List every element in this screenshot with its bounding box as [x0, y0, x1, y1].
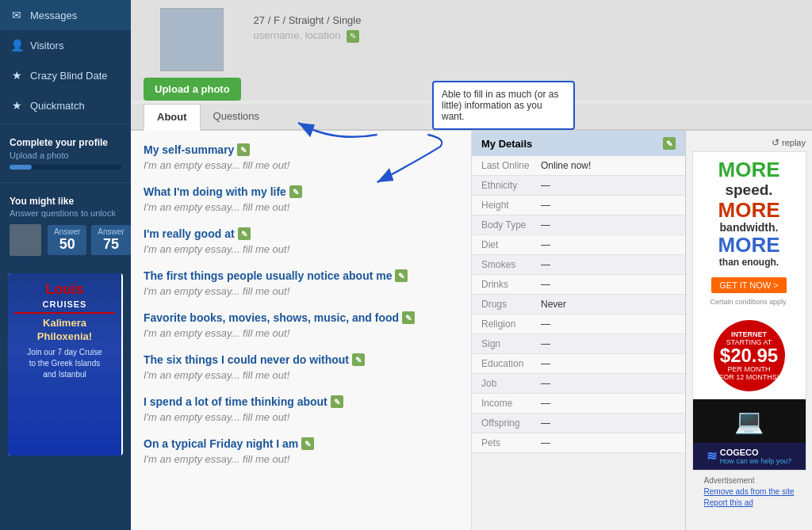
essay-title-text-friday: On a typical Friday night I am — [144, 437, 298, 450]
edit-friday-icon[interactable]: ✎ — [301, 437, 314, 450]
answer-num-1: 50 — [54, 236, 80, 253]
tab-questions-label: Questions — [213, 110, 260, 122]
edit-favorites-icon[interactable]: ✎ — [402, 311, 415, 324]
sidebar-item-quickmatch[interactable]: ★ Quickmatch — [0, 90, 131, 120]
cogeco-internet-label: INTERNET — [731, 330, 767, 338]
essay-placeholder-favorites: I'm an empty essay... fill me out! — [144, 327, 458, 339]
detail-label: Offspring — [481, 418, 541, 429]
detail-label: Job — [481, 378, 541, 389]
detail-label: Diet — [481, 239, 541, 250]
cogeco-more3: MORE — [699, 234, 799, 257]
cogeco-conditions: Certain conditions apply. — [699, 298, 799, 306]
cogeco-than-enough: than enough. — [699, 257, 799, 268]
essay-placeholder-six-things: I'm an empty essay... fill me out! — [144, 369, 458, 381]
essay-title-text-good-at: I'm really good at — [144, 227, 235, 240]
profile-info: 27 / F / Straight / Single username, loc… — [254, 8, 799, 43]
detail-value: — — [541, 318, 676, 330]
essay-self-summary: My self-summary ✎ I'm an empty essay... … — [144, 143, 458, 171]
detail-value: — — [541, 418, 676, 429]
detail-label: Income — [481, 398, 541, 409]
complete-profile-title: Complete your profile — [10, 137, 121, 148]
sidebar-label-messages: Messages — [30, 10, 77, 21]
essay-placeholder-time-thinking: I'm an empty essay... fill me out! — [144, 411, 458, 423]
yml-answers: Answer 50 Answer 75 — [48, 225, 131, 255]
sidebar-ad-inner[interactable]: Louis CRUISES KalimeraPhiloxenia! Join o… — [8, 273, 121, 456]
cogeco-price-circle: INTERNET STARTING AT $20.95 PER MONTH FO… — [714, 320, 785, 391]
star-icon-cbd: ★ — [10, 68, 24, 82]
detail-value: — — [541, 338, 676, 349]
louis-logo: Louis — [46, 281, 84, 298]
edit-good-at-icon[interactable]: ✎ — [238, 227, 251, 240]
edit-six-things-icon[interactable]: ✎ — [352, 353, 365, 366]
my-details-column: My Details ✎ Last OnlineOnline now!Ethni… — [471, 131, 685, 530]
right-ad-column: ↺ replay MORE speed. MORE bandwidth. MOR… — [685, 131, 812, 530]
detail-label: Height — [481, 200, 541, 211]
detail-row: Ethnicity— — [472, 176, 685, 196]
cogeco-per-month: PER MONTH — [728, 365, 771, 373]
tab-about[interactable]: About — [144, 104, 201, 131]
essay-title-friday: On a typical Friday night I am ✎ — [144, 437, 458, 450]
profile-photo — [160, 8, 224, 71]
essay-favorite-things: Favorite books, movies, shows, music, an… — [144, 311, 458, 339]
sidebar-item-visitors[interactable]: 👤 Visitors — [0, 30, 131, 60]
detail-value: — — [541, 239, 676, 250]
detail-label: Religion — [481, 318, 541, 330]
edit-first-notice-icon[interactable]: ✎ — [395, 269, 408, 282]
essay-title-text-six-things: The six things I could never do without — [144, 353, 349, 366]
cruises-label: CRUISES — [43, 299, 87, 309]
cogeco-more2: MORE — [699, 199, 799, 222]
tooltip-text: Able to fill in as much (or as little) i… — [442, 89, 558, 122]
tab-about-label: About — [157, 111, 187, 123]
profile-body: My self-summary ✎ I'm an empty essay... … — [131, 131, 812, 530]
yml-title: You might like — [10, 196, 121, 207]
detail-label: Smokes — [481, 259, 541, 270]
sidebar-label-visitors: Visitors — [30, 40, 63, 51]
visitors-icon: 👤 — [10, 38, 24, 52]
yml-subtitle[interactable]: Answer questions to unlock — [10, 208, 121, 218]
replay-button[interactable]: ↺ replay — [772, 137, 806, 148]
remove-ads-link[interactable]: Remove ads from the site — [704, 486, 795, 498]
cogeco-ad[interactable]: MORE speed. MORE bandwidth. MORE than en… — [692, 151, 806, 471]
upload-photo-button[interactable]: Upload a photo — [144, 78, 241, 101]
essay-title-doing: What I'm doing with my life ✎ — [144, 185, 458, 198]
answer-label-2: Answer — [98, 227, 124, 236]
sidebar-item-messages[interactable]: ✉ Messages — [0, 0, 131, 30]
yml-avatar[interactable] — [10, 224, 41, 256]
detail-value: — — [541, 219, 676, 231]
edit-username-icon[interactable]: ✎ — [347, 30, 359, 43]
tab-questions[interactable]: Questions — [201, 104, 273, 131]
detail-row: Offspring— — [472, 414, 685, 433]
cogeco-help-text: How can we help you? — [720, 457, 792, 465]
edit-self-summary-icon[interactable]: ✎ — [237, 143, 250, 156]
edit-details-icon[interactable]: ✎ — [663, 137, 676, 150]
report-ad-link[interactable]: Report this ad — [704, 498, 795, 509]
sidebar-label-cbd: Crazy Blind Date — [30, 70, 108, 82]
sidebar-item-crazy-blind-date[interactable]: ★ Crazy Blind Date — [0, 60, 131, 90]
details-header: My Details ✎ — [472, 131, 685, 156]
answer-label-1: Answer — [54, 227, 80, 236]
essay-doing-with-life: What I'm doing with my life ✎ I'm an emp… — [144, 185, 458, 213]
replay-label: replay — [782, 138, 806, 147]
complete-profile-subtitle[interactable]: Upload a photo — [10, 151, 121, 160]
essay-title-text-doing: What I'm doing with my life — [144, 185, 286, 198]
cogeco-brand-bar: ≋ COGECO How can we help you? — [693, 443, 806, 470]
essay-placeholder-doing: I'm an empty essay... fill me out! — [144, 201, 458, 213]
detail-label: Last Online — [481, 160, 541, 171]
essay-title-self-summary: My self-summary ✎ — [144, 143, 458, 156]
essay-title-time-thinking: I spend a lot of time thinking about ✎ — [144, 395, 458, 408]
detail-label: Ethnicity — [481, 180, 541, 191]
essay-title-six-things: The six things I could never do without … — [144, 353, 458, 366]
detail-label: Drinks — [481, 279, 541, 290]
edit-time-thinking-icon[interactable]: ✎ — [331, 395, 343, 408]
essay-placeholder-good-at: I'm an empty essay... fill me out! — [144, 243, 458, 255]
essay-title-first-notice: The first things people usually notice a… — [144, 269, 458, 282]
edit-doing-icon[interactable]: ✎ — [289, 185, 302, 198]
detail-value: — — [541, 200, 676, 211]
essays-column: My self-summary ✎ I'm an empty essay... … — [131, 131, 471, 530]
cogeco-getit-btn[interactable]: GET IT NOW > — [711, 277, 786, 293]
details-header-title: My Details — [481, 138, 532, 150]
detail-row: Pets— — [472, 433, 685, 453]
yml-answer-box-2: Answer 75 — [91, 225, 130, 255]
yml-profile: Answer 50 Answer 75 — [10, 224, 121, 256]
essay-friday-night: On a typical Friday night I am ✎ I'm an … — [144, 437, 458, 465]
